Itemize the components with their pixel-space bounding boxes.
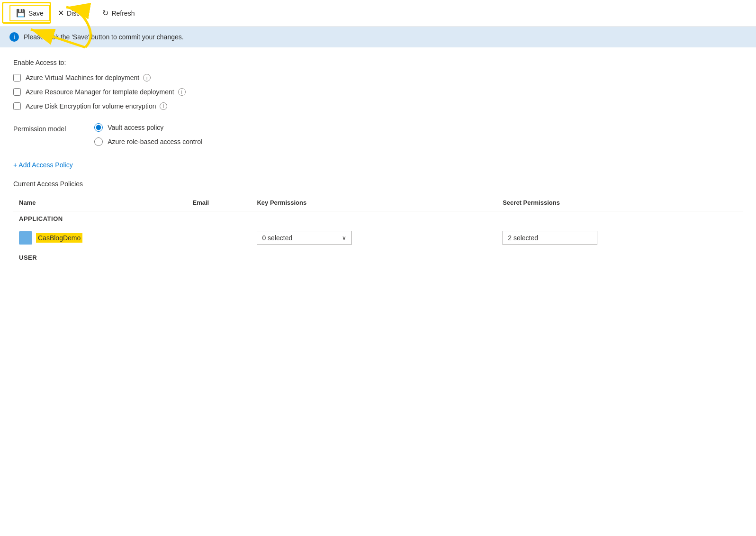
app-secret-permissions[interactable]: 2 selected [497,226,743,250]
checkbox-disk[interactable]: Azure Disk Encryption for volume encrypt… [13,102,743,110]
discard-icon: ✕ [58,9,64,18]
info-icon: i [9,32,19,42]
checkbox-arm-input[interactable] [13,88,21,96]
radio-rbac[interactable]: Azure role-based access control [94,137,202,146]
discard-button[interactable]: ✕ Discard [52,6,95,20]
table-header-row: Name Email Key Permissions Secret Permis… [13,195,743,211]
secret-permissions-value: 2 selected [503,231,597,245]
section-application: APPLICATION [13,211,743,227]
banner-message: Please click the 'Save' button to commit… [24,33,184,41]
save-label: Save [28,9,44,17]
key-permissions-dropdown[interactable]: 0 selected ∨ [257,231,351,245]
checkbox-vm-input[interactable] [13,74,21,82]
permission-section: Permission model Vault access policy Azu… [13,123,743,146]
disk-info-icon[interactable]: i [160,102,167,110]
radio-vault-input[interactable] [94,123,103,132]
enable-access-title: Enable Access to: [13,59,743,66]
add-access-policy-link[interactable]: + Add Access Policy [13,161,73,169]
checkbox-disk-label: Azure Disk Encryption for volume encrypt… [26,102,156,110]
checkbox-disk-input[interactable] [13,102,21,110]
info-banner: i Please click the 'Save' button to comm… [0,27,756,47]
checkbox-vm-label: Azure Virtual Machines for deployment [26,74,139,82]
col-email: Email [187,195,252,211]
policies-title: Current Access Policies [13,180,743,188]
save-icon: 💾 [16,9,26,18]
app-key-permissions[interactable]: 0 selected ∨ [251,226,497,250]
toolbar: 💾 Save ✕ Discard ↻ Refresh [0,0,756,27]
refresh-button[interactable]: ↻ Refresh [97,6,140,20]
app-name-cell: CasBlogDemo [13,226,187,250]
radio-rbac-input[interactable] [94,137,103,146]
app-email [187,226,252,250]
save-button[interactable]: 💾 Save [9,5,50,21]
table-row: CasBlogDemo 0 selected ∨ 2 selected [13,226,743,250]
key-permissions-value: 0 selected [262,234,292,242]
checkbox-arm-label: Azure Resource Manager for template depl… [26,88,174,96]
checkbox-group: Azure Virtual Machines for deployment i … [13,74,743,110]
main-content: Enable Access to: Azure Virtual Machines… [0,47,756,276]
section-user: USER [13,250,743,265]
permission-label: Permission model [13,123,66,133]
app-icon [19,231,32,245]
radio-vault-policy[interactable]: Vault access policy [94,123,202,132]
refresh-label: Refresh [111,9,135,17]
policies-table: Name Email Key Permissions Secret Permis… [13,195,743,265]
checkbox-vm[interactable]: Azure Virtual Machines for deployment i [13,74,743,82]
discard-label: Discard [67,9,89,17]
col-key-permissions: Key Permissions [251,195,497,211]
radio-group: Vault access policy Azure role-based acc… [94,123,202,146]
refresh-icon: ↻ [102,9,108,18]
application-label: APPLICATION [13,211,743,227]
col-secret-permissions: Secret Permissions [497,195,743,211]
dropdown-arrow-icon: ∨ [342,235,346,241]
arm-info-icon[interactable]: i [178,88,186,96]
checkbox-arm[interactable]: Azure Resource Manager for template depl… [13,88,743,96]
user-label: USER [13,250,743,265]
radio-vault-label: Vault access policy [108,124,163,131]
app-name: CasBlogDemo [36,233,82,243]
col-name: Name [13,195,187,211]
vm-info-icon[interactable]: i [143,74,151,82]
radio-rbac-label: Azure role-based access control [108,138,202,145]
